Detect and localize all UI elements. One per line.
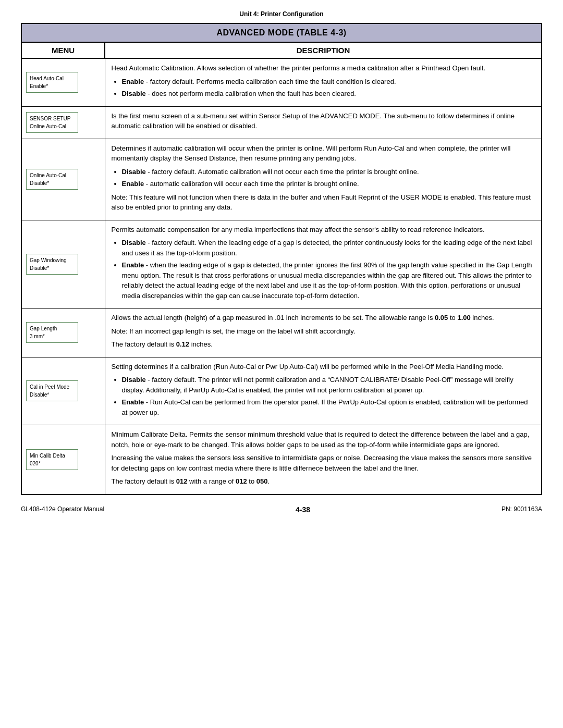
desc-intro: Permits automatic compensation for any m… <box>112 225 535 235</box>
note-text-1: Increasing the value makes the sensors l… <box>112 453 535 473</box>
desc-cell-gap-length: Allows the actual length (height) of a g… <box>105 309 542 357</box>
table-row: Head Auto-Cal Enable* Head Automatic Cal… <box>21 58 542 106</box>
column-header-row: MENU DESCRIPTION <box>21 42 542 58</box>
menu-label-min-calib-delta: Min Calib Delta <box>30 452 75 460</box>
desc-intro: Head Automatic Calibration. Allows selec… <box>112 63 535 73</box>
desc-cell-cal-peel-mode: Setting determines if a calibration (Run… <box>105 357 542 425</box>
col-header-desc: DESCRIPTION <box>105 42 542 58</box>
table-row: Gap Length 3 mm* Allows the actual lengt… <box>21 309 542 357</box>
menu-box-head-auto-cal: Head Auto-Cal Enable* <box>26 72 78 93</box>
menu-box-gap-windowing: Gap Windowing Disable* <box>26 254 78 275</box>
desc-cell-gap-windowing: Permits automatic compensation for any m… <box>105 220 542 309</box>
menu-cell-head-auto-cal: Head Auto-Cal Enable* <box>21 58 105 106</box>
desc-cell-min-calib-delta: Minimum Calibrate Delta. Permits the sen… <box>105 425 542 495</box>
note-text: Note: This feature will not function whe… <box>112 192 535 213</box>
desc-bullets: Disable - factory default. The printer w… <box>122 375 535 417</box>
menu-cell-sensor-setup: SENSOR SETUP Online Auto-Cal <box>21 106 105 139</box>
menu-value-online-auto-cal: Disable* <box>30 179 75 187</box>
menu-box-sensor-setup: SENSOR SETUP Online Auto-Cal <box>26 112 78 133</box>
menu-value-sensor-setup: Online Auto-Cal <box>30 122 75 130</box>
bullet-item: Enable - Run Auto-Cal can be performed f… <box>122 397 535 417</box>
menu-label-online-auto-cal: Online Auto-Cal <box>30 171 75 179</box>
desc-bullets: Disable - factory default. Automatic cal… <box>122 167 535 189</box>
menu-box-cal-peel-mode: Cal in Peel Mode Disable* <box>26 380 78 401</box>
desc-intro: Is the first menu screen of a sub-menu s… <box>112 111 535 131</box>
menu-cell-min-calib-delta: Min Calib Delta 020* <box>21 425 105 495</box>
main-table: ADVANCED MODE (TABLE 4-3) MENU DESCRIPTI… <box>21 23 542 495</box>
menu-cell-online-auto-cal: Online Auto-Cal Disable* <box>21 139 105 220</box>
menu-value-head-auto-cal: Enable* <box>30 82 75 90</box>
menu-value-cal-peel-mode: Disable* <box>30 391 75 399</box>
footer-center: 4-38 <box>296 505 310 514</box>
note-text-1: Note: If an incorrect gap length is set,… <box>112 326 535 337</box>
note-text-2: The factory default is 012 with a range … <box>112 476 535 487</box>
desc-intro: Minimum Calibrate Delta. Permits the sen… <box>112 429 535 450</box>
desc-cell-sensor-setup: Is the first menu screen of a sub-menu s… <box>105 106 542 139</box>
bullet-item: Enable - factory default. Performs media… <box>122 77 535 87</box>
bullet-item: Enable - automatic calibration will occu… <box>122 179 535 189</box>
table-row: Online Auto-Cal Disable* Determines if a… <box>21 139 542 220</box>
header-title: Unit 4: Printer Configuration <box>239 10 323 18</box>
menu-label-gap-length: Gap Length <box>30 325 75 332</box>
menu-label-cal-peel-mode: Cal in Peel Mode <box>30 383 75 391</box>
footer-right: PN: 9001163A <box>501 505 542 514</box>
menu-value-gap-length: 3 mm* <box>30 332 75 340</box>
note-text-2: The factory default is 0.12 inches. <box>112 339 535 350</box>
desc-intro: Allows the actual length (height) of a g… <box>112 313 535 323</box>
footer-left: GL408-412e Operator Manual <box>21 505 104 514</box>
desc-intro: Determines if automatic calibration will… <box>112 143 535 164</box>
col-header-menu: MENU <box>21 42 105 58</box>
desc-cell-online-auto-cal: Determines if automatic calibration will… <box>105 139 542 220</box>
table-row: Min Calib Delta 020* Minimum Calibrate D… <box>21 425 542 495</box>
menu-cell-gap-windowing: Gap Windowing Disable* <box>21 220 105 309</box>
bullet-item: Enable - when the leading edge of a gap … <box>122 260 535 301</box>
menu-cell-cal-peel-mode: Cal in Peel Mode Disable* <box>21 357 105 425</box>
bullet-item: Disable - does not perform media calibra… <box>122 89 535 99</box>
page-header: Unit 4: Printer Configuration <box>21 10 542 18</box>
desc-bullets: Enable - factory default. Performs media… <box>122 77 535 99</box>
bullet-item: Disable - factory default. The printer w… <box>122 375 535 395</box>
menu-box-gap-length: Gap Length 3 mm* <box>26 322 78 343</box>
desc-cell-head-auto-cal: Head Automatic Calibration. Allows selec… <box>105 58 542 106</box>
page-footer: GL408-412e Operator Manual 4-38 PN: 9001… <box>21 505 542 514</box>
menu-box-min-calib-delta: Min Calib Delta 020* <box>26 449 78 470</box>
menu-box-online-auto-cal: Online Auto-Cal Disable* <box>26 169 78 190</box>
table-row: SENSOR SETUP Online Auto-Cal Is the firs… <box>21 106 542 139</box>
desc-bullets: Disable - factory default. When the lead… <box>122 238 535 301</box>
table-row: Cal in Peel Mode Disable* Setting determ… <box>21 357 542 425</box>
bullet-item: Disable - factory default. When the lead… <box>122 238 535 258</box>
table-title-row: ADVANCED MODE (TABLE 4-3) <box>21 23 542 42</box>
table-title: ADVANCED MODE (TABLE 4-3) <box>21 23 542 42</box>
desc-intro: Setting determines if a calibration (Run… <box>112 362 535 372</box>
menu-value-gap-windowing: Disable* <box>30 264 75 272</box>
menu-label-sensor-setup: SENSOR SETUP <box>30 115 75 122</box>
table-row: Gap Windowing Disable* Permits automatic… <box>21 220 542 309</box>
menu-value-min-calib-delta: 020* <box>30 460 75 467</box>
menu-label-gap-windowing: Gap Windowing <box>30 256 75 264</box>
menu-cell-gap-length: Gap Length 3 mm* <box>21 309 105 357</box>
bullet-item: Disable - factory default. Automatic cal… <box>122 167 535 177</box>
menu-label-head-auto-cal: Head Auto-Cal <box>30 75 75 82</box>
